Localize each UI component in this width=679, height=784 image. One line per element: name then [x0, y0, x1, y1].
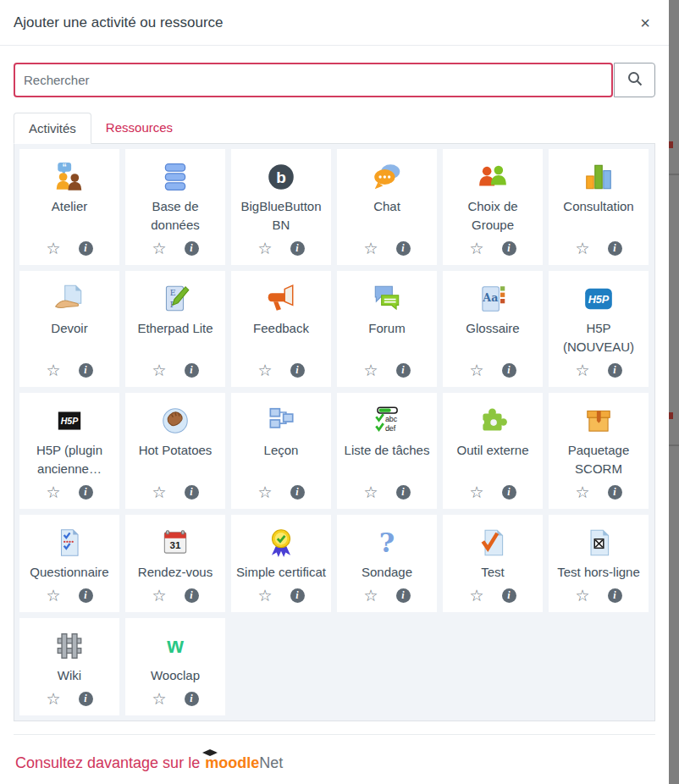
activity-label[interactable]: H5P (plugin ancienne…	[23, 441, 116, 478]
star-icon[interactable]: ☆	[363, 362, 378, 378]
star-icon[interactable]: ☆	[46, 588, 60, 604]
tile-consultation[interactable]: Consultation☆i	[549, 149, 649, 265]
tile-group-choice[interactable]: Choix de Groupe☆i	[443, 149, 543, 265]
activity-label[interactable]: Outil externe	[456, 441, 528, 478]
info-icon[interactable]: i	[396, 363, 411, 378]
info-icon[interactable]: i	[396, 241, 411, 256]
tile-puzzle[interactable]: Outil externe☆i	[443, 393, 543, 509]
star-icon[interactable]: ☆	[152, 484, 166, 500]
info-icon[interactable]: i	[290, 363, 305, 378]
tile-test[interactable]: Test☆i	[443, 515, 543, 612]
star-icon[interactable]: ☆	[152, 691, 166, 707]
info-icon[interactable]: i	[185, 485, 199, 500]
star-icon[interactable]: ☆	[152, 362, 166, 378]
activity-label[interactable]: Devoir	[51, 319, 87, 356]
star-icon[interactable]: ☆	[46, 691, 60, 707]
info-icon[interactable]: i	[396, 485, 411, 500]
star-icon[interactable]: ☆	[46, 240, 60, 257]
tile-bigbluebutton[interactable]: bBigBlueButton BN☆i	[231, 149, 331, 265]
activity-label[interactable]: Wooclap	[151, 666, 200, 685]
tile-h5p-old[interactable]: H5PH5P (plugin ancienne…☆i	[19, 393, 119, 509]
info-icon[interactable]: i	[290, 485, 305, 500]
activity-label[interactable]: Rendez-vous	[138, 563, 213, 582]
tab-ressources[interactable]: Ressources	[91, 113, 187, 143]
tile-h5p-new[interactable]: H5PH5P (NOUVEAU)☆i	[549, 271, 649, 387]
info-icon[interactable]: i	[396, 588, 411, 603]
info-icon[interactable]: i	[290, 588, 305, 603]
info-icon[interactable]: i	[608, 588, 622, 603]
tile-database[interactable]: Base de données☆i	[125, 149, 225, 265]
star-icon[interactable]: ☆	[469, 484, 483, 500]
star-icon[interactable]: ☆	[257, 240, 272, 257]
star-icon[interactable]: ☆	[469, 588, 483, 604]
tile-scorm[interactable]: Paquetage SCORM☆i	[549, 393, 649, 509]
info-icon[interactable]: i	[502, 363, 516, 378]
star-icon[interactable]: ☆	[152, 588, 166, 604]
info-icon[interactable]: i	[79, 241, 93, 256]
activity-label[interactable]: Atelier	[52, 197, 88, 235]
tile-certificate[interactable]: Simple certificat☆i	[231, 515, 331, 612]
info-icon[interactable]: i	[502, 485, 516, 500]
tile-lecon[interactable]: Leçon☆i	[231, 393, 331, 509]
tile-wooclap[interactable]: wWooclap☆i	[125, 618, 225, 715]
tile-questionnaire[interactable]: Questionnaire☆i	[19, 515, 119, 612]
info-icon[interactable]: i	[185, 692, 199, 706]
tab-activites[interactable]: Activités	[14, 113, 91, 144]
tile-chat[interactable]: Chat☆i	[337, 149, 437, 265]
tile-etherpad[interactable]: EPEtherpad Lite☆i	[125, 271, 225, 387]
activity-label[interactable]: Simple certificat	[236, 563, 326, 582]
info-icon[interactable]: i	[79, 485, 93, 500]
tile-forum[interactable]: Forum☆i	[337, 271, 437, 387]
search-input[interactable]	[14, 63, 613, 97]
star-icon[interactable]: ☆	[575, 484, 589, 500]
tile-glossaire[interactable]: AaGlossaire☆i	[443, 271, 543, 387]
tile-devoir[interactable]: Devoir☆i	[19, 271, 119, 387]
activity-label[interactable]: Questionnaire	[30, 563, 108, 582]
activity-label[interactable]: BigBlueButton BN	[235, 197, 328, 235]
tile-feedback[interactable]: Feedback☆i	[231, 271, 331, 387]
tile-checklist[interactable]: abcdefListe de tâches☆i	[337, 393, 437, 509]
activity-label[interactable]: Test hors-ligne	[557, 563, 640, 582]
tile-wiki[interactable]: Wiki☆i	[19, 618, 119, 715]
activity-label[interactable]: Leçon	[264, 441, 299, 478]
info-icon[interactable]: i	[79, 588, 93, 603]
info-icon[interactable]: i	[185, 363, 199, 378]
star-icon[interactable]: ☆	[575, 240, 589, 257]
tile-test-offline[interactable]: Test hors-ligne☆i	[549, 515, 649, 612]
star-icon[interactable]: ☆	[575, 588, 589, 604]
search-button[interactable]	[614, 63, 655, 97]
star-icon[interactable]: ☆	[46, 362, 60, 378]
info-icon[interactable]: i	[185, 241, 199, 256]
activity-label[interactable]: Consultation	[563, 197, 633, 235]
moodlenet-link[interactable]: Consultez davantage sur le moodleNet	[15, 754, 283, 772]
star-icon[interactable]: ☆	[257, 588, 272, 604]
star-icon[interactable]: ☆	[363, 484, 378, 500]
star-icon[interactable]: ☆	[257, 484, 272, 500]
star-icon[interactable]: ☆	[363, 588, 378, 604]
activity-label[interactable]: Sondage	[362, 563, 412, 582]
activity-label[interactable]: Choix de Groupe	[446, 197, 539, 235]
tile-question[interactable]: ?Sondage☆i	[337, 515, 437, 612]
activity-label[interactable]: Test	[481, 563, 505, 582]
star-icon[interactable]: ☆	[363, 240, 378, 257]
activity-label[interactable]: Etherpad Lite	[137, 319, 213, 356]
activity-label[interactable]: Chat	[373, 197, 400, 235]
activity-label[interactable]: Wiki	[58, 666, 81, 685]
info-icon[interactable]: i	[290, 241, 305, 256]
close-icon[interactable]: ×	[635, 13, 655, 33]
activity-label[interactable]: Glossaire	[466, 319, 519, 356]
info-icon[interactable]: i	[79, 692, 93, 706]
star-icon[interactable]: ☆	[257, 362, 272, 378]
activity-label[interactable]: Liste de tâches	[345, 441, 430, 478]
info-icon[interactable]: i	[79, 363, 93, 378]
info-icon[interactable]: i	[502, 241, 516, 256]
activity-label[interactable]: Paquetage SCORM	[552, 441, 645, 478]
info-icon[interactable]: i	[608, 363, 622, 378]
tile-calendar[interactable]: 31Rendez-vous☆i	[125, 515, 225, 612]
info-icon[interactable]: i	[502, 588, 516, 603]
star-icon[interactable]: ☆	[575, 362, 589, 378]
star-icon[interactable]: ☆	[152, 240, 166, 257]
info-icon[interactable]: i	[185, 588, 199, 603]
activity-label[interactable]: H5P (NOUVEAU)	[552, 319, 645, 356]
tile-hot-potatoes[interactable]: Hot Potatoes☆i	[125, 393, 225, 509]
